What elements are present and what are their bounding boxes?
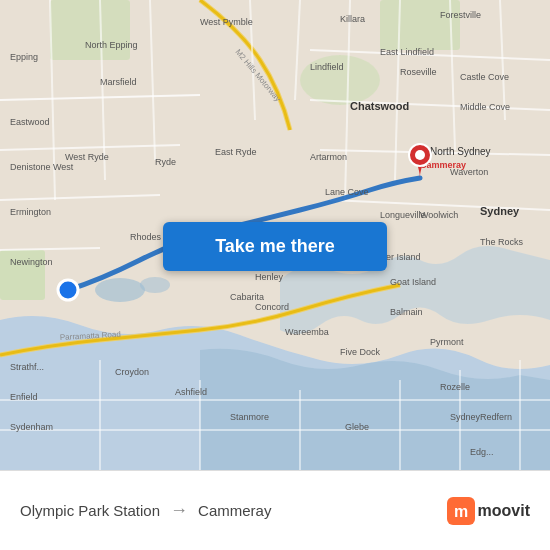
svg-point-87 bbox=[415, 150, 425, 160]
svg-rect-5 bbox=[380, 0, 460, 50]
svg-point-85 bbox=[58, 280, 78, 300]
route-from: Olympic Park Station bbox=[20, 502, 160, 519]
svg-text:Sydenham: Sydenham bbox=[10, 422, 53, 432]
svg-text:Ashfield: Ashfield bbox=[175, 387, 207, 397]
bottom-bar: Olympic Park Station → Cammeray m moovit bbox=[0, 470, 550, 550]
svg-text:Ermington: Ermington bbox=[10, 207, 51, 217]
svg-text:Rhodes: Rhodes bbox=[130, 232, 162, 242]
svg-point-2 bbox=[140, 277, 170, 293]
svg-text:Concord: Concord bbox=[255, 302, 289, 312]
svg-text:Redfern: Redfern bbox=[480, 412, 512, 422]
svg-text:Chatswood: Chatswood bbox=[350, 100, 409, 112]
svg-text:Henley: Henley bbox=[255, 272, 284, 282]
svg-text:Sydney: Sydney bbox=[480, 205, 520, 217]
svg-text:Stanmore: Stanmore bbox=[230, 412, 269, 422]
svg-text:Rozelle: Rozelle bbox=[440, 382, 470, 392]
svg-text:Balmain: Balmain bbox=[390, 307, 423, 317]
svg-text:Marsfield: Marsfield bbox=[100, 77, 137, 87]
svg-text:Epping: Epping bbox=[10, 52, 38, 62]
moovit-text: moovit bbox=[478, 502, 530, 520]
svg-rect-4 bbox=[50, 0, 130, 60]
svg-text:Edg...: Edg... bbox=[470, 447, 494, 457]
svg-text:Middle Cove: Middle Cove bbox=[460, 102, 510, 112]
svg-text:Waverton: Waverton bbox=[450, 167, 488, 177]
svg-text:The Rocks: The Rocks bbox=[480, 237, 524, 247]
svg-text:Strathf...: Strathf... bbox=[10, 362, 44, 372]
svg-text:East Lindfield: East Lindfield bbox=[380, 47, 434, 57]
moovit-icon: m bbox=[447, 497, 475, 525]
moovit-logo: m moovit bbox=[447, 497, 530, 525]
svg-text:North Epping: North Epping bbox=[85, 40, 138, 50]
svg-text:Castle Cove: Castle Cove bbox=[460, 72, 509, 82]
svg-text:Croydon: Croydon bbox=[115, 367, 149, 377]
svg-text:Pyrmont: Pyrmont bbox=[430, 337, 464, 347]
map-container: Epping North Epping West Pymble Killara … bbox=[0, 0, 550, 470]
svg-text:Longueville: Longueville bbox=[380, 210, 426, 220]
svg-text:Killara: Killara bbox=[340, 14, 365, 24]
svg-text:Artarmon: Artarmon bbox=[310, 152, 347, 162]
take-me-there-button[interactable]: Take me there bbox=[163, 222, 387, 271]
svg-text:Wareemba: Wareemba bbox=[285, 327, 329, 337]
svg-text:West Ryde: West Ryde bbox=[65, 152, 109, 162]
route-arrow-icon: → bbox=[170, 500, 188, 521]
svg-text:Ryde: Ryde bbox=[155, 157, 176, 167]
svg-text:Goat Island: Goat Island bbox=[390, 277, 436, 287]
svg-text:Denistone West: Denistone West bbox=[10, 162, 74, 172]
svg-text:Forestville: Forestville bbox=[440, 10, 481, 20]
svg-text:Lane Cove: Lane Cove bbox=[325, 187, 369, 197]
svg-text:East Ryde: East Ryde bbox=[215, 147, 257, 157]
svg-text:Enfield: Enfield bbox=[10, 392, 38, 402]
svg-text:Cabarita: Cabarita bbox=[230, 292, 264, 302]
svg-text:Roseville: Roseville bbox=[400, 67, 437, 77]
svg-text:Five Dock: Five Dock bbox=[340, 347, 381, 357]
svg-text:m: m bbox=[453, 503, 467, 520]
svg-text:North Sydney: North Sydney bbox=[430, 146, 491, 157]
route-info: Olympic Park Station → Cammeray bbox=[20, 500, 271, 521]
svg-text:Woolwich: Woolwich bbox=[420, 210, 458, 220]
svg-text:Eastwood: Eastwood bbox=[10, 117, 50, 127]
svg-point-1 bbox=[95, 278, 145, 302]
svg-text:Glebe: Glebe bbox=[345, 422, 369, 432]
svg-text:Newington: Newington bbox=[10, 257, 53, 267]
svg-text:West Pymble: West Pymble bbox=[200, 17, 253, 27]
svg-text:Lindfield: Lindfield bbox=[310, 62, 344, 72]
svg-text:Sydney: Sydney bbox=[450, 412, 481, 422]
route-to: Cammeray bbox=[198, 502, 271, 519]
